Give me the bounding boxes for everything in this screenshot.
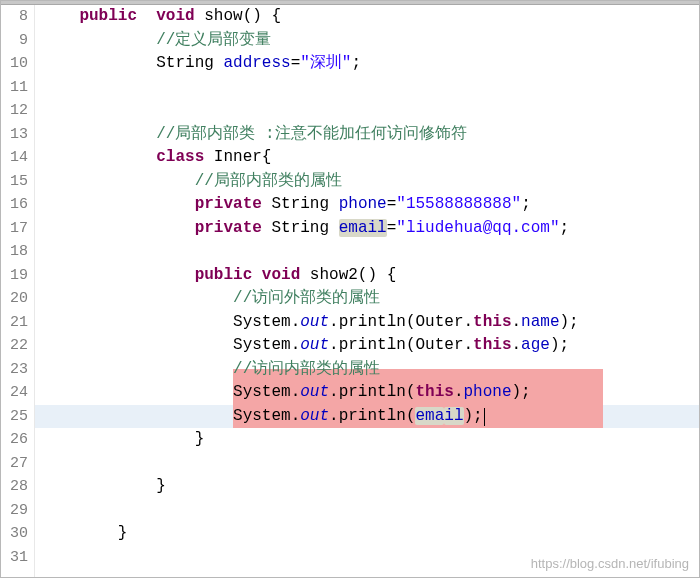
line-number: 13 bbox=[1, 123, 28, 147]
code-line[interactable]: //访问外部类的属性 bbox=[41, 287, 699, 311]
code-line[interactable] bbox=[41, 76, 699, 100]
code-line[interactable]: //局部内部类 :注意不能加任何访问修饰符 bbox=[41, 123, 699, 147]
code-line[interactable]: public void show() { bbox=[41, 5, 699, 29]
line-number: 17 bbox=[1, 217, 28, 241]
code-line[interactable]: //访问内部类的属性 bbox=[41, 358, 699, 382]
line-number: 26 bbox=[1, 428, 28, 452]
line-number: 18 bbox=[1, 240, 28, 264]
line-number: 23 bbox=[1, 358, 28, 382]
text-cursor bbox=[484, 408, 485, 426]
line-number: 8 bbox=[1, 5, 28, 29]
code-line[interactable] bbox=[41, 452, 699, 476]
line-number: 25 bbox=[1, 405, 28, 429]
code-line[interactable]: System.out.println(email); bbox=[41, 405, 699, 429]
line-number: 10 bbox=[1, 52, 28, 76]
code-line[interactable]: class Inner{ bbox=[41, 146, 699, 170]
line-number: 20 bbox=[1, 287, 28, 311]
code-area[interactable]: public void show() { //定义局部变量 String add… bbox=[35, 5, 699, 577]
code-line[interactable]: //局部内部类的属性 bbox=[41, 170, 699, 194]
line-number: 29 bbox=[1, 499, 28, 523]
line-number-gutter: 8910111213141516171819202122232425262728… bbox=[1, 5, 35, 577]
code-line[interactable]: } bbox=[41, 475, 699, 499]
line-number: 11 bbox=[1, 76, 28, 100]
line-number: 16 bbox=[1, 193, 28, 217]
line-number: 30 bbox=[1, 522, 28, 546]
code-line[interactable] bbox=[41, 499, 699, 523]
code-line[interactable] bbox=[41, 240, 699, 264]
line-number: 14 bbox=[1, 146, 28, 170]
code-line[interactable]: } bbox=[41, 522, 699, 546]
line-number: 31 bbox=[1, 546, 28, 570]
code-line[interactable]: } bbox=[41, 428, 699, 452]
code-line[interactable]: System.out.println(this.phone); bbox=[41, 381, 699, 405]
code-line[interactable]: private String email="liudehua@qq.com"; bbox=[41, 217, 699, 241]
line-number: 27 bbox=[1, 452, 28, 476]
code-line[interactable]: System.out.println(Outer.this.age); bbox=[41, 334, 699, 358]
code-line[interactable]: public void show2() { bbox=[41, 264, 699, 288]
line-number: 28 bbox=[1, 475, 28, 499]
code-line[interactable]: private String phone="15588888888"; bbox=[41, 193, 699, 217]
code-line[interactable] bbox=[41, 99, 699, 123]
line-number: 24 bbox=[1, 381, 28, 405]
line-number: 19 bbox=[1, 264, 28, 288]
line-number: 22 bbox=[1, 334, 28, 358]
line-number: 9 bbox=[1, 29, 28, 53]
code-line[interactable]: String address="深圳"; bbox=[41, 52, 699, 76]
code-line[interactable]: //定义局部变量 bbox=[41, 29, 699, 53]
line-number: 21 bbox=[1, 311, 28, 335]
code-line[interactable]: System.out.println(Outer.this.name); bbox=[41, 311, 699, 335]
line-number: 12 bbox=[1, 99, 28, 123]
line-number: 15 bbox=[1, 170, 28, 194]
code-editor[interactable]: 8910111213141516171819202122232425262728… bbox=[1, 5, 699, 577]
watermark-text: https://blog.csdn.net/ifubing bbox=[531, 556, 689, 571]
